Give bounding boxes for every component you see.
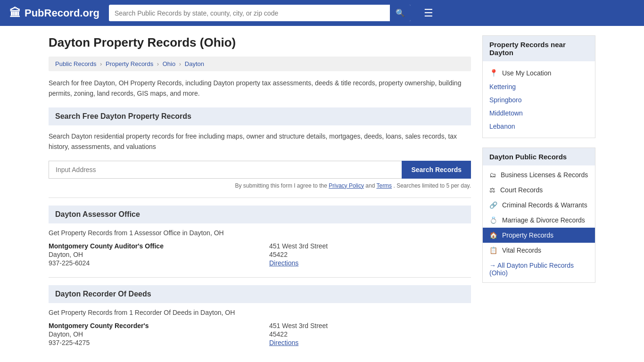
nearby-city-middletown[interactable]: Middletown: [483, 107, 595, 120]
assessor-office-left: Montgomery County Auditor's Office Dayto…: [49, 242, 250, 268]
assessor-office-name: Montgomery County Auditor's Office: [49, 242, 250, 250]
breadcrumb-sep-3: ›: [179, 60, 183, 67]
nearby-box: Property Records near Dayton 📍 Use My Lo…: [482, 35, 595, 138]
search-section-desc: Search Dayton residential property recor…: [49, 131, 471, 152]
all-records-link[interactable]: → All Dayton Public Records (Ohio): [483, 258, 595, 280]
sidebar-item-property-records[interactable]: 🏠 Property Records: [483, 228, 595, 243]
vital-records-label: Vital Records: [502, 247, 541, 254]
use-location-label: Use My Location: [502, 69, 551, 77]
assessor-section-header: Dayton Assessor Office: [49, 206, 471, 223]
recorder-directions-link[interactable]: Directions: [269, 339, 298, 346]
court-records-icon: ⚖: [489, 186, 495, 194]
public-records-list: 🗂 Business Licenses & Records ⚖ Court Re…: [483, 165, 595, 282]
assessor-directions-link[interactable]: Directions: [269, 259, 298, 267]
recorder-section-header: Dayton Recorder Of Deeds: [49, 285, 471, 303]
privacy-policy-link[interactable]: Privacy Policy: [329, 182, 364, 189]
assessor-office-right: 451 West 3rd Street 45422 Directions: [269, 242, 471, 268]
form-disclaimer: By submitting this form I agree to the P…: [49, 182, 471, 189]
recorder-office-name: Montgomery County Recorder's: [49, 322, 250, 329]
page-description: Search for free Dayton, OH Property Reco…: [49, 78, 471, 99]
search-records-button[interactable]: Search Records: [402, 161, 471, 179]
page-title: Dayton Property Records (Ohio): [49, 35, 471, 50]
public-records-box-title: Dayton Public Records: [483, 148, 595, 165]
breadcrumb-public-records[interactable]: Public Records: [55, 60, 96, 67]
assessor-office-entry: Montgomery County Auditor's Office Dayto…: [49, 242, 471, 268]
marriage-records-label: Marriage & Divorce Records: [502, 216, 585, 224]
sidebar: Property Records near Dayton 📍 Use My Lo…: [482, 35, 595, 357]
breadcrumb-property-records[interactable]: Property Records: [106, 60, 153, 67]
public-records-box: Dayton Public Records 🗂 Business License…: [482, 148, 595, 283]
recorder-office-zip: 45422: [269, 330, 471, 338]
header-search-button[interactable]: 🔍: [390, 5, 411, 21]
divider-1: [49, 197, 471, 198]
hamburger-menu-icon[interactable]: ☰: [424, 7, 433, 19]
assessor-office-zip: 45422: [269, 251, 471, 258]
all-records-label: → All Dayton Public Records (Ohio): [489, 262, 588, 277]
criminal-records-label: Criminal Records & Warrants: [502, 201, 587, 209]
terms-link[interactable]: Terms: [376, 182, 392, 189]
divider-2: [49, 277, 471, 278]
nearby-city-lebanon[interactable]: Lebanon: [483, 120, 595, 133]
search-section: Search Free Dayton Property Records Sear…: [49, 107, 471, 189]
recorder-office-street: 451 West 3rd Street: [269, 322, 471, 329]
breadcrumb-ohio[interactable]: Ohio: [163, 60, 175, 67]
recorder-section: Dayton Recorder Of Deeds Get Property Re…: [49, 285, 471, 347]
property-records-icon: 🏠: [489, 231, 497, 239]
recorder-section-desc: Get Property Records from 1 Recorder Of …: [49, 309, 471, 316]
search-section-header: Search Free Dayton Property Records: [49, 107, 471, 125]
breadcrumb-sep-1: ›: [100, 60, 104, 67]
assessor-office-city: Dayton, OH: [49, 251, 250, 258]
assessor-section: Dayton Assessor Office Get Property Reco…: [49, 206, 471, 268]
sidebar-item-criminal-records[interactable]: 🔗 Criminal Records & Warrants: [483, 197, 595, 213]
court-records-label: Court Records: [500, 186, 543, 194]
business-licenses-icon: 🗂: [489, 171, 496, 179]
sidebar-item-business-licenses[interactable]: 🗂 Business Licenses & Records: [483, 167, 595, 182]
nearby-box-title: Property Records near Dayton: [483, 36, 595, 61]
recorder-office-phone: 937-225-4275: [49, 339, 250, 346]
main-container: Dayton Property Records (Ohio) Public Re…: [39, 26, 605, 362]
content-area: Dayton Property Records (Ohio) Public Re…: [49, 35, 471, 357]
site-header: 🏛 PubRecord.org 🔍 ☰: [0, 0, 644, 26]
breadcrumb-dayton[interactable]: Dayton: [185, 60, 204, 67]
vital-records-icon: 📋: [489, 247, 497, 254]
breadcrumb: Public Records › Property Records › Ohio…: [49, 57, 471, 71]
header-search-bar: 🔍: [109, 5, 411, 21]
use-location-item[interactable]: 📍 Use My Location: [483, 66, 595, 80]
sidebar-item-marriage-records[interactable]: 💍 Marriage & Divorce Records: [483, 213, 595, 228]
breadcrumb-sep-2: ›: [157, 60, 161, 67]
recorder-office-entry: Montgomery County Recorder's Dayton, OH …: [49, 322, 471, 347]
assessor-section-desc: Get Property Records from 1 Assessor Off…: [49, 229, 471, 237]
assessor-office-street: 451 West 3rd Street: [269, 242, 471, 250]
logo-text: PubRecord.org: [25, 7, 99, 19]
marriage-records-icon: 💍: [489, 216, 497, 224]
nearby-city-springboro[interactable]: Springboro: [483, 93, 595, 107]
recorder-office-city: Dayton, OH: [49, 330, 250, 338]
logo-icon: 🏛: [9, 7, 21, 20]
recorder-office-right: 451 West 3rd Street 45422 Directions: [269, 322, 471, 347]
nearby-list: 📍 Use My Location Kettering Springboro M…: [483, 61, 595, 138]
address-input[interactable]: [49, 161, 402, 179]
nearby-city-link-springboro[interactable]: Springboro: [489, 96, 522, 104]
location-pin-icon: 📍: [489, 69, 498, 77]
nearby-city-link-lebanon[interactable]: Lebanon: [489, 123, 515, 130]
address-search-form: Search Records: [49, 161, 471, 179]
recorder-office-left: Montgomery County Recorder's Dayton, OH …: [49, 322, 250, 347]
header-search-input[interactable]: [109, 6, 390, 21]
property-records-label: Property Records: [502, 231, 553, 239]
criminal-records-icon: 🔗: [489, 201, 497, 209]
nearby-city-link-kettering[interactable]: Kettering: [489, 83, 516, 90]
sidebar-item-vital-records[interactable]: 📋 Vital Records: [483, 243, 595, 258]
assessor-office-phone: 937-225-6024: [49, 259, 250, 267]
site-logo[interactable]: 🏛 PubRecord.org: [9, 7, 99, 20]
sidebar-item-court-records[interactable]: ⚖ Court Records: [483, 182, 595, 197]
business-licenses-label: Business Licenses & Records: [501, 171, 588, 179]
nearby-city-kettering[interactable]: Kettering: [483, 80, 595, 93]
nearby-city-link-middletown[interactable]: Middletown: [489, 109, 523, 117]
